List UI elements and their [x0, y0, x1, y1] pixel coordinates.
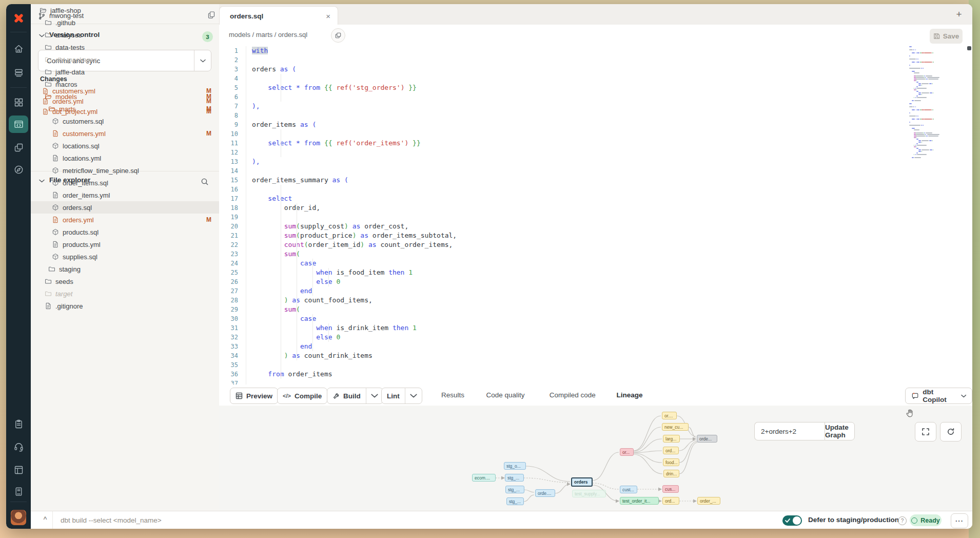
tree-item-analyses[interactable]: analyses: [31, 29, 219, 41]
lint-button[interactable]: Lint: [381, 388, 422, 404]
dbt-logo-icon[interactable]: [9, 9, 28, 27]
code-editor[interactable]: 1234567891011121314151617181920212223242…: [219, 45, 972, 385]
tab-results[interactable]: Results: [441, 385, 464, 406]
lineage-node-cust[interactable]: cust...: [620, 486, 637, 493]
tree-item-macros[interactable]: macros: [31, 78, 219, 90]
tree-item-customers.yml[interactable]: customers.ymlM: [31, 127, 219, 140]
user-avatar[interactable]: [11, 510, 26, 525]
collapse-command-bar-button[interactable]: ^: [40, 515, 51, 526]
overflow-menu-button[interactable]: ···: [951, 513, 968, 528]
notifications-kiosk-icon[interactable]: [9, 483, 28, 500]
lineage-node-stg_[interactable]: stg_...: [506, 497, 524, 505]
tree-item-.github[interactable]: .github: [31, 16, 219, 29]
lineage-node-ord[interactable]: ord...: [663, 447, 679, 454]
code-line-9[interactable]: order_items as (: [246, 120, 908, 129]
lineage-panel[interactable]: ecom....stg_o...stg_...stg_...stg_...ord…: [219, 406, 972, 511]
code-line-10[interactable]: [246, 129, 908, 139]
code-line-36[interactable]: from order_items: [246, 370, 908, 379]
code-line-18[interactable]: order_id,: [246, 203, 908, 213]
lineage-node-stg_o[interactable]: stg_o...: [504, 462, 526, 470]
lineage-node-ecom[interactable]: ecom....: [472, 474, 496, 482]
code-line-7[interactable]: ),: [246, 102, 908, 111]
code-line-27[interactable]: end: [246, 286, 908, 296]
code-line-23[interactable]: sum(: [246, 249, 908, 259]
tree-item-staging[interactable]: staging: [31, 263, 219, 275]
code-line-17[interactable]: select: [246, 194, 908, 203]
tree-item-dbt_packages[interactable]: dbt_packages: [31, 53, 219, 66]
code-line-37[interactable]: [246, 379, 908, 385]
environments-icon[interactable]: [9, 64, 28, 82]
code-line-34[interactable]: ) as count_drink_items: [246, 351, 908, 360]
dbt-copilot-button[interactable]: dbt Copilot: [905, 388, 972, 404]
tree-item-customers.sql[interactable]: customers.sql: [31, 115, 219, 127]
studio-ide-icon[interactable]: [9, 116, 28, 133]
breadcrumb[interactable]: models / marts / orders.sql: [229, 31, 307, 39]
tree-item-jaffle-shop[interactable]: jaffle-shop: [31, 4, 219, 16]
tree-item-products.yml[interactable]: products.yml: [31, 238, 219, 251]
tree-item-orders.sql[interactable]: orders.sql: [31, 201, 219, 214]
lineage-node-orde[interactable]: orde....: [535, 489, 555, 497]
code-line-22[interactable]: count(order_item_id) as count_order_item…: [246, 240, 908, 249]
orchestration-icon[interactable]: [9, 139, 28, 156]
refresh-button[interactable]: [940, 422, 962, 441]
lineage-node-stg_[interactable]: stg_...: [505, 486, 524, 493]
tree-item-order_items.yml[interactable]: order_items.yml: [31, 189, 219, 201]
lineage-node-larg[interactable]: larg...: [663, 435, 680, 443]
code-line-26[interactable]: else 0: [246, 277, 908, 286]
tab-compiled-code[interactable]: Compiled code: [550, 385, 596, 406]
code-line-6[interactable]: [246, 92, 908, 102]
support-headset-icon[interactable]: [9, 438, 28, 455]
editor-minimap[interactable]: [909, 46, 943, 169]
code-line-15[interactable]: order_items_summary as (: [246, 176, 908, 185]
code-line-35[interactable]: [246, 360, 908, 370]
code-line-19[interactable]: [246, 213, 908, 222]
update-graph-button[interactable]: Update Graph: [825, 422, 855, 440]
code-line-20[interactable]: sum(supply_cost) as order_cost,: [246, 222, 908, 231]
lineage-node-food[interactable]: food...: [663, 458, 679, 466]
code-line-13[interactable]: ),: [246, 157, 908, 166]
preview-button[interactable]: Preview: [230, 388, 278, 404]
tree-item-marts[interactable]: martsM: [31, 103, 219, 115]
build-button[interactable]: Build: [327, 388, 383, 404]
tab-code-quality[interactable]: Code quality: [486, 385, 524, 406]
code-line-31[interactable]: when is_drink_item then 1: [246, 323, 908, 333]
lineage-node-test_supply[interactable]: test_supply...: [572, 490, 606, 497]
tree-item-models[interactable]: modelsM: [31, 90, 219, 103]
build-options-dropdown[interactable]: [366, 388, 383, 404]
code-content[interactable]: withorders as ( select * from {{ ref('st…: [246, 46, 908, 385]
fullscreen-button[interactable]: [915, 422, 936, 441]
code-line-8[interactable]: [246, 111, 908, 120]
new-tab-button[interactable]: +: [953, 8, 965, 21]
lineage-node-orde[interactable]: orde...: [697, 435, 717, 443]
code-line-29[interactable]: sum(: [246, 305, 908, 314]
defer-toggle[interactable]: [782, 515, 802, 526]
catalog-compass-icon[interactable]: [9, 161, 28, 178]
code-line-4[interactable]: [246, 74, 908, 83]
dashboard-icon[interactable]: [9, 93, 28, 111]
help-icon[interactable]: ?: [898, 516, 907, 525]
tree-item-.gitignore[interactable]: .gitignore: [31, 300, 219, 312]
lineage-node-order_[interactable]: order_...: [697, 497, 720, 505]
code-line-33[interactable]: end: [246, 342, 908, 351]
code-line-25[interactable]: when is_food_item then 1: [246, 268, 908, 277]
code-line-2[interactable]: [246, 55, 908, 65]
tree-item-locations.yml[interactable]: locations.yml: [31, 152, 219, 164]
lineage-selector-input[interactable]: [754, 422, 825, 440]
tab-lineage[interactable]: Lineage: [616, 385, 642, 407]
lineage-node-test_order_it[interactable]: test_order_it...: [620, 497, 659, 505]
docs-panel-icon[interactable]: [9, 461, 28, 478]
copy-path-button[interactable]: [331, 28, 345, 43]
tree-item-order_items.sql[interactable]: order_items.sql: [31, 177, 219, 189]
tree-item-orders.yml[interactable]: orders.ymlM: [31, 214, 219, 226]
code-line-16[interactable]: [246, 185, 908, 194]
code-line-11[interactable]: select * from {{ ref('order_items') }}: [246, 139, 908, 148]
tree-item-seeds[interactable]: seeds: [31, 275, 219, 287]
scrollbar-thumb[interactable]: [967, 46, 971, 50]
tree-item-locations.sql[interactable]: locations.sql: [31, 140, 219, 152]
close-icon[interactable]: ×: [326, 12, 330, 21]
compile-button[interactable]: </>Compile: [277, 388, 327, 404]
tab-orders-sql[interactable]: orders.sql ×: [219, 6, 338, 26]
lineage-node-ord[interactable]: ord...: [662, 497, 679, 505]
tree-item-data-tests[interactable]: data-tests: [31, 41, 219, 53]
code-line-32[interactable]: else 0: [246, 333, 908, 342]
